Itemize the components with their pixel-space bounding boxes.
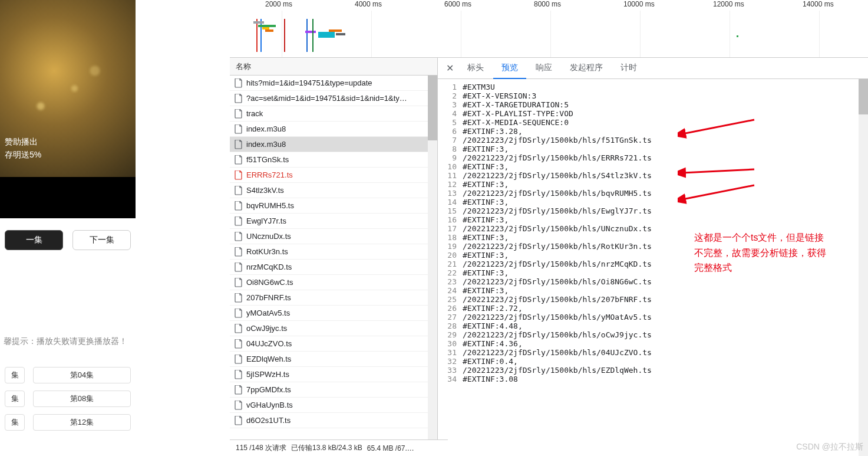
network-timeline[interactable]: 2000 ms4000 ms6000 ms8000 ms10000 ms1200… — [230, 0, 868, 58]
timeline-tick: 6000 ms — [444, 0, 471, 8]
request-row[interactable]: EwglYJ7r.ts — [230, 214, 437, 229]
preview-line: 2#EXT-X-VERSION:3 — [438, 91, 868, 100]
episode-button[interactable]: 第12集 — [33, 414, 131, 431]
line-text: #EXTINF:4.48, — [463, 322, 868, 330]
preview-line: 32#EXTINF:0.4, — [438, 357, 868, 366]
request-name: 207bFNRF.ts — [246, 293, 291, 302]
player-hint: 馨提示：播放失败请更换播放器！ — [0, 336, 136, 347]
tab-initiator[interactable]: 发起程序 — [562, 58, 611, 79]
line-text: /20221223/2jfDSrly/1500kb/hls/bqvRUMH5.t… — [463, 189, 868, 198]
request-row[interactable]: nrzMCqKD.ts — [230, 260, 437, 275]
preview-line: 34#EXTINF:3.08 — [438, 375, 868, 383]
request-row[interactable]: hits?mid=1&id=194751&type=update — [230, 76, 437, 91]
line-number: 30 — [438, 339, 463, 348]
request-name: RotKUr3n.ts — [246, 247, 288, 256]
timeline-tick: 12000 ms — [713, 0, 744, 8]
request-row[interactable]: S4tlz3kV.ts — [230, 183, 437, 198]
request-name: bqvRUMH5.ts — [246, 201, 294, 210]
request-row[interactable]: 04UJcZVO.ts — [230, 336, 437, 352]
episode-button[interactable]: 第04集 — [33, 367, 131, 383]
line-text: #EXTM3U — [463, 83, 868, 91]
preview-line: 21/20221223/2jfDSrly/1500kb/hls/nrzMCqKD… — [438, 260, 868, 268]
line-text: #EXTINF:3, — [463, 215, 868, 224]
request-row[interactable]: UNcznuDx.ts — [230, 229, 437, 244]
request-row[interactable]: ERRRs721.ts — [230, 168, 437, 183]
prev-episode-button[interactable]: 一集 — [5, 230, 63, 250]
line-text: #EXTINF:3.08 — [463, 375, 868, 383]
episode-button[interactable]: 第08集 — [33, 391, 131, 407]
preview-line: 1#EXTM3U — [438, 83, 868, 91]
preview-line: 4#EXT-X-PLAYLIST-TYPE:VOD — [438, 109, 868, 118]
tab-headers[interactable]: 标头 — [459, 58, 492, 79]
request-row[interactable]: vGHaUynB.ts — [230, 398, 437, 413]
request-list-header[interactable]: 名称 — [230, 58, 437, 76]
request-row[interactable]: yMOatAv5.ts — [230, 306, 437, 321]
line-number: 4 — [438, 109, 463, 118]
episode-button[interactable]: 集 — [5, 414, 25, 431]
line-text: #EXTINF:3, — [463, 180, 868, 189]
request-row[interactable]: Oi8NG6wC.ts — [230, 275, 437, 290]
line-number: 19 — [438, 242, 463, 251]
tab-preview[interactable]: 预览 — [493, 58, 526, 79]
preview-line: 15/20221223/2jfDSrly/1500kb/hls/EwglYJ7r… — [438, 206, 868, 215]
line-text: #EXTINF:3.28, — [463, 127, 868, 136]
preview-line: 29/20221223/2jfDSrly/1500kb/hls/oCwJ9jyc… — [438, 330, 868, 339]
preview-line: 16#EXTINF:3, — [438, 215, 868, 224]
video-player[interactable]: 赞助播出 存明送5% — [0, 0, 136, 218]
request-row[interactable]: 5jISPWzH.ts — [230, 367, 437, 382]
request-row[interactable]: 207bFNRF.ts — [230, 290, 437, 306]
line-number: 13 — [438, 189, 463, 198]
request-row[interactable]: bqvRUMH5.ts — [230, 198, 437, 214]
request-row[interactable]: RotKUr3n.ts — [230, 244, 437, 260]
line-text: #EXTINF:3, — [463, 233, 868, 242]
request-row[interactable]: d6O2s1UT.ts — [230, 413, 437, 428]
line-number: 2 — [438, 91, 463, 100]
request-row[interactable]: oCwJ9jyc.ts — [230, 321, 437, 336]
close-detail-button[interactable]: ✕ — [441, 63, 458, 74]
request-row[interactable]: index.m3u8 — [230, 137, 437, 152]
video-page-panel: 赞助播出 存明送5% 一集 下一集 馨提示：播放失败请更换播放器！ 集第04集集… — [0, 0, 136, 456]
tab-response[interactable]: 响应 — [527, 58, 560, 79]
line-number: 32 — [438, 357, 463, 366]
line-number: 10 — [438, 162, 463, 171]
line-number: 34 — [438, 375, 463, 383]
preview-line: 5#EXT-X-MEDIA-SEQUENCE:0 — [438, 118, 868, 127]
overlay-line: 存明送5% — [5, 148, 41, 161]
request-name: nrzMCqKD.ts — [246, 263, 292, 271]
video-overlay-text: 赞助播出 存明送5% — [0, 133, 46, 164]
request-row[interactable]: 7ppGMDfx.ts — [230, 382, 437, 398]
preview-line: 30#EXTINF:4.36, — [438, 339, 868, 348]
request-name: 7ppGMDfx.ts — [246, 385, 291, 394]
request-name: UNcznuDx.ts — [246, 232, 291, 241]
preview-line: 6#EXTINF:3.28, — [438, 127, 868, 136]
waterfall — [230, 19, 868, 54]
request-row[interactable]: ?ac=set&mid=1&id=194751&sid=1&nid=1&ty… — [230, 91, 437, 106]
line-number: 29 — [438, 330, 463, 339]
line-text: #EXT-X-MEDIA-SEQUENCE:0 — [463, 118, 868, 127]
status-bar: 115 /148 次请求 已传输13.8 kB/24.3 kB 65.4 MB … — [230, 439, 448, 456]
preview-scrollbar-track[interactable] — [859, 79, 868, 456]
line-text: /20221223/2jfDSrly/1500kb/hls/oCwJ9jyc.t… — [463, 330, 868, 339]
next-episode-button[interactable]: 下一集 — [72, 230, 131, 250]
scrollbar-thumb[interactable] — [428, 76, 437, 140]
line-text: #EXTINF:3, — [463, 198, 868, 206]
line-number: 11 — [438, 171, 463, 180]
preview-content[interactable]: 1#EXTM3U2#EXT-X-VERSION:33#EXT-X-TARGETD… — [438, 79, 868, 456]
request-name: oCwJ9jyc.ts — [246, 324, 287, 333]
request-list: 名称 hits?mid=1&id=194751&type=update?ac=s… — [230, 58, 438, 456]
request-row[interactable]: index.m3u8 — [230, 122, 437, 137]
episode-button[interactable]: 集 — [5, 367, 25, 383]
request-row[interactable]: f51TGnSk.ts — [230, 152, 437, 168]
line-number: 15 — [438, 206, 463, 215]
line-number: 27 — [438, 313, 463, 322]
preview-scrollbar-thumb[interactable] — [859, 79, 868, 114]
request-row[interactable]: track — [230, 106, 437, 122]
request-row[interactable]: EZDlqWeh.ts — [230, 352, 437, 367]
tab-timing[interactable]: 计时 — [612, 58, 645, 79]
line-text: /20221223/2jfDSrly/1500kb/hls/04UJcZVO.t… — [463, 348, 868, 357]
detail-tabs: ✕ 标头 预览 响应 发起程序 计时 — [438, 58, 868, 79]
request-name: EZDlqWeh.ts — [246, 355, 291, 363]
request-name: d6O2s1UT.ts — [246, 416, 291, 425]
preview-line: 17/20221223/2jfDSrly/1500kb/hls/UNcznuDx… — [438, 224, 868, 233]
episode-button[interactable]: 集 — [5, 391, 25, 407]
